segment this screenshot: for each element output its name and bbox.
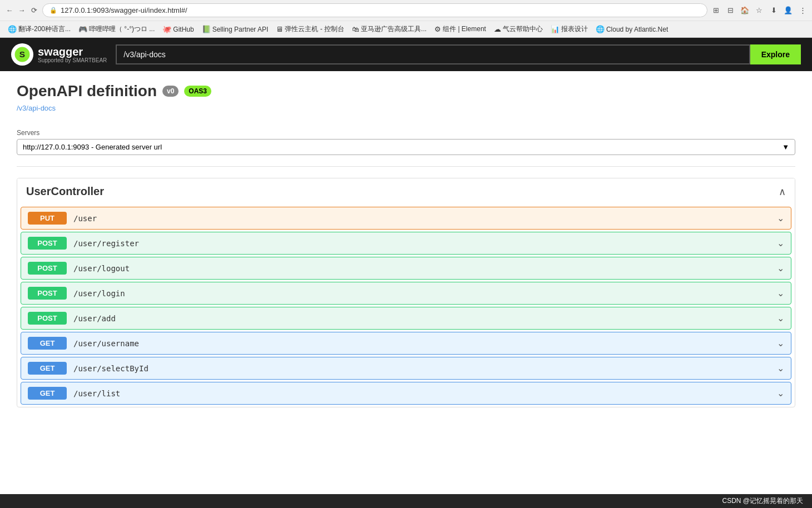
bookmark-star-icon[interactable]: ☆ [754,6,764,16]
home-icon[interactable]: 🏠 [740,6,750,16]
method-badge-put: PUT [28,212,67,225]
servers-label: Servers [17,129,795,137]
bookmark-item[interactable]: 🛍亚马逊广告高级工具... [349,23,430,35]
bookmark-item[interactable]: 🖥弹性云主机 - 控制台 [273,23,348,35]
bookmark-icon: 🐙 [162,25,171,33]
swagger-url-input[interactable] [116,44,750,64]
bookmark-icon: ☁ [494,25,501,33]
section-divider [17,166,795,167]
endpoint-path: /user/username [73,339,777,348]
download-icon[interactable]: ⬇ [769,6,779,16]
bookmark-icon: 🖥 [276,25,283,33]
api-title: OpenAPI definition [17,82,157,100]
profile-icon[interactable]: 👤 [783,6,793,16]
bookmark-icon: 🎮 [78,25,87,33]
controller-title: UserController [26,185,104,198]
endpoint-put--user[interactable]: PUT/user⌄ [21,207,791,230]
endpoint-chevron-icon: ⌄ [777,313,784,323]
servers-chevron-icon: ▼ [782,143,789,151]
endpoint-chevron-icon: ⌄ [777,388,784,399]
api-docs-link[interactable]: /v3/api-docs [17,104,56,112]
endpoint-path: /user/add [73,314,777,323]
browser-toolbar: ← → ⟳ 🔒 127.0.0.1:9093/swagger-ui/index.… [0,0,812,21]
refresh-icon[interactable]: ⟳ [29,6,39,16]
bookmark-item[interactable]: 🌐翻译-200种语言... [4,23,74,35]
bookmark-icon: 📗 [202,25,211,33]
endpoint-path: /user/logout [73,264,777,273]
swagger-logo-text: swagger Supported by SMARTBEAR [38,46,107,63]
api-title-row: OpenAPI definition v0 OAS3 [17,82,795,100]
swagger-text: swagger [38,46,83,58]
bookmark-item[interactable]: 🎮哔哩哔哩（ °-°)つロ ... [75,23,158,35]
explore-button[interactable]: Explore [750,44,801,64]
controller-header[interactable]: UserController ∧ [17,178,795,205]
bookmark-label: 报表设计 [561,24,588,34]
bookmark-icon: 🌐 [596,25,605,33]
bookmark-item[interactable]: ⚙组件 | Element [431,23,489,35]
browser-chrome: ← → ⟳ 🔒 127.0.0.1:9093/swagger-ui/index.… [0,0,812,38]
bookmark-icon: 🌐 [8,25,17,33]
endpoint-path: /user/login [73,289,777,298]
bookmark-item[interactable]: ☁气云帮助中心 [491,23,546,35]
browser-nav-icons: ← → ⟳ [4,6,39,16]
endpoints-list: PUT/user⌄POST/user/register⌄POST/user/lo… [17,207,795,405]
endpoint-chevron-icon: ⌄ [777,338,784,348]
swagger-header: S swagger Supported by SMARTBEAR Explore [0,38,812,71]
endpoint-get--user-list[interactable]: GET/user/list⌄ [21,382,791,405]
endpoint-chevron-icon: ⌄ [777,363,784,373]
endpoint-path: /user/selectById [73,364,777,373]
bookmark-label: 亚马逊广告高级工具... [361,24,427,34]
endpoint-get--user-username[interactable]: GET/user/username⌄ [21,332,791,355]
swagger-logo: S swagger Supported by SMARTBEAR [11,43,107,66]
badge-v0: v0 [162,86,179,97]
servers-section: Servers http://127.0.0.1:9093 - Generate… [17,129,795,155]
method-badge-post: POST [28,237,67,250]
bookmark-icon: 🛍 [352,25,359,33]
bookmark-label: Selling Partner API [212,26,269,33]
forward-icon[interactable]: → [17,6,27,16]
servers-value: http://127.0.0.1:9093 - Generated server… [23,143,162,151]
bookmark-item[interactable]: 📊报表设计 [547,23,591,35]
settings-icon[interactable]: ⋮ [798,6,808,16]
method-badge-get: GET [28,337,67,350]
bookmarks-bar: 🌐翻译-200种语言...🎮哔哩哔哩（ °-°)つロ ...🐙GitHub📗Se… [0,21,812,37]
swagger-subtext: Supported by SMARTBEAR [38,57,107,63]
method-badge-get: GET [28,362,67,375]
translate-icon[interactable]: ⊟ [725,6,735,16]
swagger-logo-icon: S [11,43,33,66]
bookmark-item[interactable]: 🐙GitHub [159,24,197,34]
badge-oas3: OAS3 [184,86,211,97]
endpoint-post--user-logout[interactable]: POST/user/logout⌄ [21,257,791,280]
endpoint-chevron-icon: ⌄ [777,213,784,223]
bookmark-icon: 📊 [551,25,560,33]
bookmark-item[interactable]: 🌐Cloud by Atlantic.Net [592,24,671,34]
endpoint-post--user-add[interactable]: POST/user/add⌄ [21,307,791,330]
svg-text:S: S [19,49,25,59]
swagger-content: OpenAPI definition v0 OAS3 /v3/api-docs … [0,71,812,419]
endpoint-path: /user/list [73,389,777,398]
address-bar[interactable]: 🔒 127.0.0.1:9093/swagger-ui/index.html#/ [42,3,707,17]
endpoint-post--user-register[interactable]: POST/user/register⌄ [21,232,791,255]
endpoint-post--user-login[interactable]: POST/user/login⌄ [21,282,791,305]
bookmark-item[interactable]: 📗Selling Partner API [199,24,272,34]
bookmark-label: Cloud by Atlantic.Net [606,26,668,33]
endpoint-get--user-selectById[interactable]: GET/user/selectById⌄ [21,357,791,380]
back-icon[interactable]: ← [4,6,14,16]
servers-select[interactable]: http://127.0.0.1:9093 - Generated server… [17,139,795,155]
endpoint-chevron-icon: ⌄ [777,263,784,273]
controller-section: UserController ∧ PUT/user⌄POST/user/regi… [17,178,795,407]
bookmark-label: GitHub [173,26,194,33]
bookmark-label: 弹性云主机 - 控制台 [285,24,344,34]
bookmark-label: 哔哩哔哩（ °-°)つロ ... [89,24,155,34]
address-text: 127.0.0.1:9093/swagger-ui/index.html#/ [61,6,700,14]
security-icon: 🔒 [49,7,57,14]
bookmark-label: 气云帮助中心 [503,24,543,34]
bookmark-label: 翻译-200种语言... [18,24,71,34]
extensions-icon[interactable]: ⊞ [711,6,721,16]
bookmark-icon: ⚙ [434,25,441,33]
browser-right-icons: ⊞ ⊟ 🏠 ☆ ⬇ 👤 ⋮ [711,6,808,16]
method-badge-post: POST [28,262,67,275]
bookmark-label: 组件 | Element [443,24,486,34]
endpoint-chevron-icon: ⌄ [777,238,784,248]
method-badge-get: GET [28,387,67,400]
